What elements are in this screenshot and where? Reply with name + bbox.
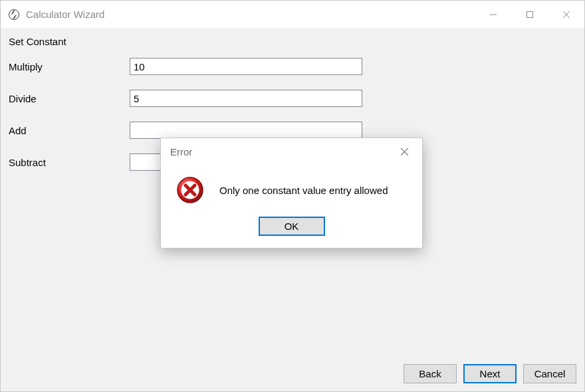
dialog-message: Only one constant value entry allowed [219,185,388,196]
back-button[interactable]: Back [404,364,457,383]
window-controls [475,1,584,28]
titlebar: Calculator Wizard [1,1,584,28]
divide-label: Divide [9,93,130,104]
multiply-input[interactable] [130,58,362,75]
dialog-body: Only one constant value entry allowed [161,165,422,213]
multiply-label: Multiply [9,61,130,72]
svg-rect-2 [526,11,532,17]
dialog-close-button[interactable] [396,143,413,160]
cancel-button[interactable]: Cancel [523,364,576,383]
dialog-footer: OK [161,213,422,248]
next-button[interactable]: Next [463,364,517,383]
error-icon [176,175,205,205]
dialog-title: Error [170,146,396,157]
window-title: Calculator Wizard [26,9,475,20]
dialog-ok-button[interactable]: OK [259,217,325,236]
main-window: Calculator Wizard Set Constant Multiply … [0,0,585,392]
error-dialog: Error [160,138,423,248]
maximize-button[interactable] [511,1,548,28]
add-label: Add [9,125,130,136]
close-button[interactable] [548,1,584,28]
wizard-buttons: Back Next Cancel [404,364,576,383]
page-title: Set Constant [9,36,576,47]
subtract-label: Subtract [9,157,130,168]
add-input[interactable] [130,122,362,139]
minimize-button[interactable] [475,1,511,28]
dialog-titlebar: Error [161,138,422,165]
divide-input[interactable] [130,90,362,107]
app-icon [7,8,21,21]
